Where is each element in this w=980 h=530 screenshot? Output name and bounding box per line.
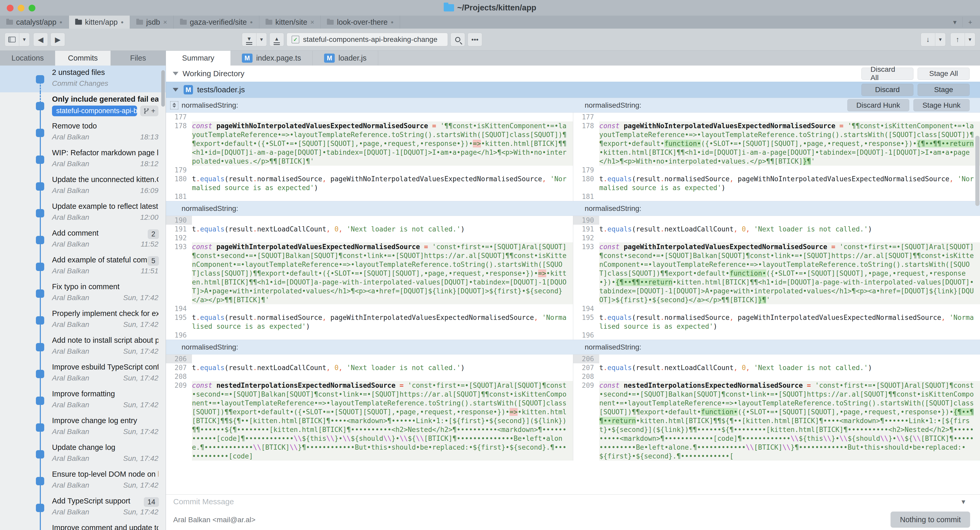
stage-hunk-button[interactable]: Stage Hunk (913, 99, 970, 111)
code-line: 190 (573, 216, 980, 225)
code-line: 206 (166, 355, 573, 363)
commit-title: Properly implement check for existing id… (52, 309, 158, 318)
commit-list-item[interactable]: Improve formattingAral BalkanSun, 17:42 (0, 387, 165, 414)
more-options-button[interactable]: ••• (468, 33, 482, 46)
tab-summary[interactable]: Summary (166, 51, 231, 65)
commit-meta: Aral BalkanSun, 17:42 (52, 454, 158, 463)
window-tab-strip: catalyst/app●kitten/app●jsdb×gaza-verifi… (0, 16, 980, 29)
commit-list-item[interactable]: 2 unstaged filesCommit Changes (0, 65, 165, 92)
window-tab-catalyst/app[interactable]: catalyst/app● (0, 16, 69, 29)
commit-list-item[interactable]: Improve change log entryAral BalkanSun, … (0, 414, 165, 441)
commit-button[interactable]: Nothing to commit (891, 511, 970, 528)
commit-list-item[interactable]: Ensure top-level DOM node on kitten.Page… (0, 467, 165, 494)
tab-label: loader.js (338, 54, 366, 62)
line-number: 207 (573, 363, 599, 372)
commit-author: Aral Balkan (52, 294, 89, 302)
code-line: 206 (573, 355, 980, 363)
commit-list-item[interactable]: Add comment2Aral Balkan11:52 (0, 226, 165, 253)
commit-node-icon (36, 423, 44, 432)
layout-dropdown-button[interactable]: ▼ (19, 33, 30, 46)
window-tab-jsdb[interactable]: jsdb× (130, 16, 173, 29)
diff-pane-right: 206207t.equals(result.nextLoadCallCount,… (573, 355, 980, 461)
pull-button[interactable]: ▼ (242, 33, 256, 46)
tab-loader-js[interactable]: Mloader.js (313, 51, 378, 65)
tab-overflow-button[interactable]: ▾ (949, 18, 961, 26)
commit-list-item[interactable]: Only include generated fail early code i… (0, 92, 165, 119)
discard-hunk-button[interactable]: Discard Hunk (847, 99, 909, 111)
code-text: t.equals(result.normalisedSource, pageWi… (192, 175, 573, 192)
push-dropdown-button[interactable]: ▼ (965, 33, 975, 46)
diff-pane-left: 177178const pageWithNoInterpolatedValues… (166, 113, 573, 201)
commit-list-item[interactable]: WIP: Refactor markdown page loader to us… (0, 146, 165, 173)
commit-list-item[interactable]: Remove todoAral Balkan18:13 (0, 119, 165, 146)
line-number: 194 (166, 304, 192, 313)
window-tab-label: gaza-verified/site (190, 18, 247, 27)
window-tab-label: kitten/app (85, 18, 118, 27)
window-tab-gaza-verified/site[interactable]: gaza-verified/site● (174, 16, 259, 29)
commit-list-item[interactable]: Improve esbuild TypeScript configuration… (0, 360, 165, 387)
fetch-button[interactable]: ↓ (921, 33, 935, 46)
commit-list-item[interactable]: Improve comment and update to new Kitten… (0, 521, 165, 530)
window-tab-label: jsdb (146, 18, 160, 27)
line-number: 179 (573, 166, 599, 175)
branch-chip[interactable]: stateful-components-api-breaking-change (52, 106, 137, 116)
commit-meta: Aral Balkan18:13 (52, 133, 158, 141)
commit-time: Sun, 17:42 (123, 374, 158, 382)
back-button[interactable]: ◀ (33, 33, 48, 46)
code-line: 177 (166, 113, 573, 121)
hunk-label: normalisedString: (585, 101, 641, 110)
file-path: tests/loader.js (197, 85, 245, 94)
commit-message-input[interactable]: Commit Message (173, 497, 973, 506)
stage-all-button[interactable]: Stage All (918, 68, 970, 80)
commit-author: Aral Balkan <mail@ar.al> (173, 516, 255, 524)
pull-dropdown-button[interactable]: ▼ (256, 33, 267, 46)
commit-list-item[interactable]: Add note to install script about places … (0, 333, 165, 360)
layout-toggle-button[interactable] (5, 33, 19, 46)
window-tab-kitten/app[interactable]: kitten/app● (69, 16, 130, 29)
commit-list-item[interactable]: Add example of stateful components & upd… (0, 253, 165, 280)
line-number: 193 (166, 242, 192, 304)
collapse-icon[interactable] (173, 72, 178, 75)
commit-list-item[interactable]: Update change logAral BalkanSun, 17:42 (0, 441, 165, 467)
close-tab-icon[interactable]: × (310, 18, 314, 26)
commit-list-item[interactable]: Update the unconnected kitten.Component … (0, 173, 165, 199)
sidebar-tab-commits[interactable]: Commits (55, 51, 110, 65)
new-tab-button[interactable]: + (964, 18, 976, 26)
commit-list-item[interactable]: Fix typo in commentAral BalkanSun, 17:42 (0, 280, 165, 307)
file-row[interactable]: M tests/loader.js Discard Stage (166, 82, 980, 98)
code-text (599, 355, 980, 363)
push-button[interactable]: ▲ (269, 33, 284, 46)
minimize-window-button[interactable] (18, 5, 24, 11)
discard-all-button[interactable]: Discard All (861, 68, 913, 80)
sidebar-tab-locations[interactable]: Locations (0, 51, 55, 65)
close-window-button[interactable] (7, 5, 14, 11)
stage-file-button[interactable]: Stage (918, 84, 970, 96)
diff-scrollbar[interactable] (975, 136, 980, 206)
add-branch-chip[interactable]: + (140, 106, 158, 116)
commit-meta: Aral BalkanSun, 17:42 (52, 401, 158, 409)
sidebar-tab-files[interactable]: Files (111, 51, 165, 65)
collapse-icon[interactable] (173, 88, 178, 92)
branch-field[interactable]: ✓ stateful-components-api-breaking-chang… (286, 33, 448, 46)
expand-hunk-button[interactable] (170, 101, 178, 110)
commit-list-item[interactable]: Properly implement check for existing id… (0, 307, 165, 333)
push-remote-button[interactable]: ↑ (950, 33, 965, 46)
title-bar: ~/Projects/kitten/app (0, 0, 980, 16)
folder-icon (444, 4, 454, 11)
tab-index-page-ts[interactable]: Mindex.page.ts (231, 51, 313, 65)
forward-button[interactable]: ▶ (51, 33, 65, 46)
sidebar-scrollbar[interactable] (161, 70, 165, 107)
zoom-window-button[interactable] (29, 5, 35, 11)
commit-list-item[interactable]: Update example to reflect latest statefu… (0, 199, 165, 226)
commit-options-caret-icon[interactable]: ▼ (960, 498, 966, 506)
close-tab-icon[interactable]: × (163, 18, 167, 26)
commit-list-item[interactable]: Add TypeScript support14Aral BalkanSun, … (0, 494, 165, 521)
modified-dot-icon: ● (250, 19, 253, 25)
working-directory-row[interactable]: Working Directory Discard All Stage All (166, 65, 980, 82)
window-tab-kitten/site[interactable]: kitten/site× (259, 16, 321, 29)
window-tab-look-over-there[interactable]: look-over-there● (321, 16, 400, 29)
fetch-dropdown-button[interactable]: ▼ (935, 33, 946, 46)
search-button[interactable] (450, 33, 465, 46)
code-line: 196 (573, 331, 980, 340)
discard-file-button[interactable]: Discard (861, 84, 913, 96)
